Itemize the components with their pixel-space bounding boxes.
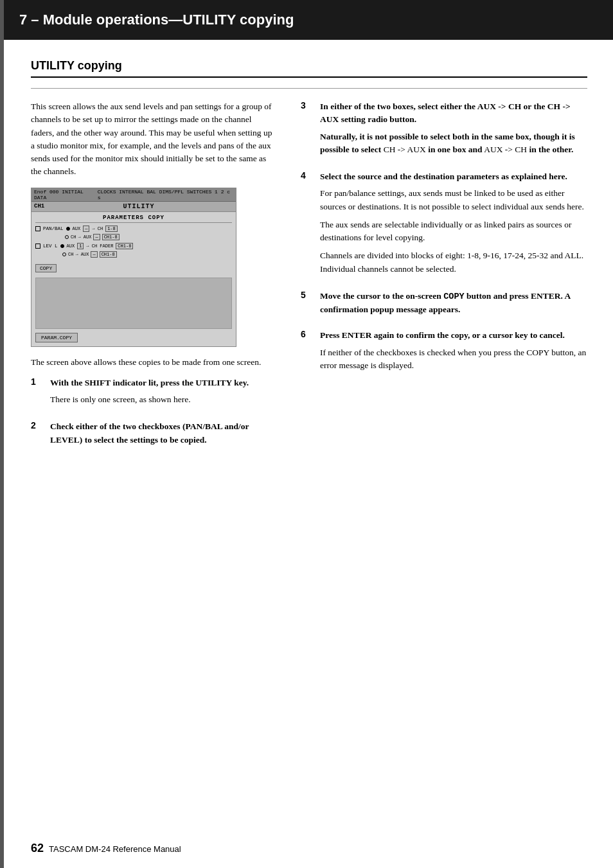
screen-title-bar: CH1 UTILITY [31,202,236,212]
step-4-content: Select the source and the destination pa… [320,170,587,281]
level-aux-radio[interactable] [60,244,64,248]
step-3-content: In either of the two boxes, select eithe… [320,100,587,161]
step-6-body: If neither of the checkboxes is checked … [320,346,587,373]
left-column: This screen allows the aux send levels a… [31,100,275,459]
step-6-number: 6 [301,329,312,377]
step-1-lead: With the SHIFT indicator lit, press the … [50,376,275,389]
screen-panbal-row: PAN/BAL AUX — → CH 1-8 [35,226,232,232]
left-accent-bar [0,0,4,868]
step-5: 5 Move the cursor to the on-screen COPY … [301,290,587,321]
screen-paramcopy-area: PARAM.COPY [35,332,232,344]
right-column: 3 In either of the two boxes, select eit… [301,100,587,459]
panbal-checkbox[interactable] [35,226,40,231]
step-1-content: With the SHIFT indicator lit, press the … [50,376,275,412]
screen-body: PARAMETERS COPY PAN/BAL AUX — → CH 1-8 [31,212,236,346]
header-title: 7 – Module operations—UTILITY copying [19,12,294,28]
section-divider [31,88,587,89]
step-4-number: 4 [301,170,312,281]
step-4-lead: Select the source and the destination pa… [320,170,587,183]
step-5-content: Move the cursor to the on-screen COPY bu… [320,290,587,321]
screen-copy-area: COPY [35,261,232,275]
step-1-body: There is only one screen, as shown here. [50,393,275,406]
step-2-number: 2 [31,420,42,450]
step-6-content: Press ENTER again to confirm the copy, o… [320,329,587,377]
screen-copy-button[interactable]: COPY [35,264,57,272]
screen-paramcopy-button[interactable]: PARAM.COPY [35,333,78,342]
step-1-number: 1 [31,376,42,412]
step-4-p1: For pan/balance settings, aux sends must… [320,187,587,213]
screen-utility-label: UTILITY [123,203,155,210]
screen-top-bar: Enof 000 INITIAL DATA CLOCKS INTERNAL BA… [31,188,236,202]
page-number: 62 [31,842,44,855]
step-4-p2: The aux sends are selectable individuall… [320,218,587,245]
step-2-content: Check either of the two checkboxes (PAN/… [50,420,275,450]
step-4-p3: Channels are divided into blocks of eigh… [320,249,587,276]
panbal-ch-radio[interactable] [65,235,69,239]
page-footer: 62 TASCAM DM-24 Reference Manual [31,842,181,855]
step-5-number: 5 [301,290,312,321]
screen-level-row2: CH → AUX — CH1-8 [35,251,232,258]
level-ch-radio[interactable] [62,252,66,256]
step-1: 1 With the SHIFT indicator lit, press th… [31,376,275,412]
level-checkbox[interactable] [35,244,40,249]
step-2-lead: Check either of the two checkboxes (PAN/… [50,420,275,447]
main-content: This screen allows the aux send levels a… [31,100,587,459]
screen-level-row: LEV L AUX 1 → CH FADER CH1-8 [35,243,232,249]
screen-params-header: PARAMETERS COPY [35,215,232,223]
panbal-aux-radio[interactable] [66,227,70,231]
intro-paragraph: This screen allows the aux send levels a… [31,100,275,179]
step-3: 3 In either of the two boxes, select eit… [301,100,587,161]
step-6: 6 Press ENTER again to confirm the copy,… [301,329,587,377]
after-screen-text: The screen above allows these copies to … [31,356,275,369]
step-3-number: 3 [301,100,312,161]
screen-panbal-row2: CH → AUX — CH1-8 [35,234,232,240]
section-title: UTILITY copying [31,59,587,78]
step-2: 2 Check either of the two checkboxes (PA… [31,420,275,450]
footer-text: TASCAM DM-24 Reference Manual [49,844,181,854]
step-5-lead: Move the cursor to the on-screen COPY bu… [320,290,587,317]
page-header: 7 – Module operations—UTILITY copying [0,0,613,40]
step-6-lead: Press ENTER again to confirm the copy, o… [320,329,587,342]
screen-image: Enof 000 INITIAL DATA CLOCKS INTERNAL BA… [31,188,236,347]
step-3-lead: In either of the two boxes, select eithe… [320,100,587,127]
screen-ch-label: CH1 [34,203,44,210]
screen-gray-area [35,278,232,329]
step-3-body: Naturally, it is not possible to select … [320,130,587,157]
step-4: 4 Select the source and the destination … [301,170,587,281]
